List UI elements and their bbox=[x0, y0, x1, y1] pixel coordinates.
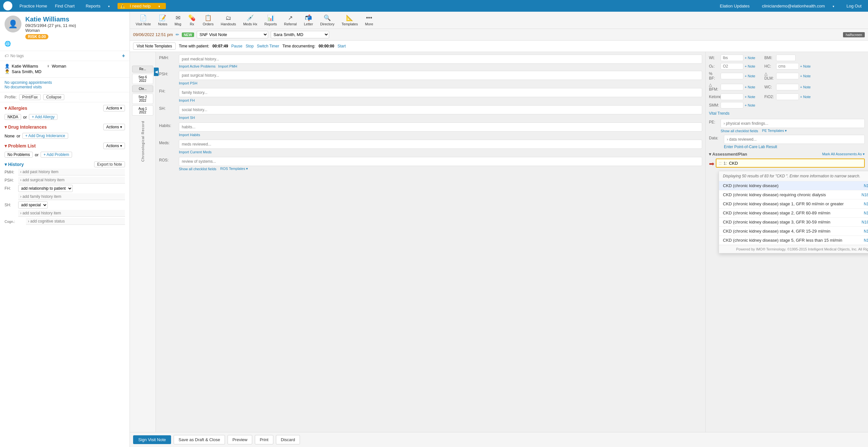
letter-btn[interactable]: 📬 Letter bbox=[301, 13, 316, 27]
data-input[interactable] bbox=[724, 135, 865, 144]
bf-input[interactable] bbox=[721, 73, 743, 79]
export-to-note-btn[interactable]: Export to Note bbox=[94, 161, 125, 167]
start-link[interactable]: Start bbox=[338, 44, 346, 49]
note-type-select[interactable]: SNF Visit Note bbox=[197, 31, 268, 38]
pe-input[interactable] bbox=[721, 119, 865, 128]
import-fh-link[interactable]: Import FH bbox=[179, 98, 195, 102]
import-sh-link[interactable]: Import SH bbox=[179, 116, 195, 120]
drug-intolerances-title[interactable]: ▾ Drug Intolerances bbox=[4, 124, 47, 130]
chrono-entry-re[interactable]: Re... bbox=[132, 66, 153, 72]
rx-btn[interactable]: 💊 Rx bbox=[185, 13, 199, 27]
discard-btn[interactable]: Discard bbox=[276, 435, 300, 444]
visit-note-btn[interactable]: 📄 Visit Note bbox=[132, 13, 154, 27]
fh-relationship-select[interactable]: add relationship to patient Mother Fathe… bbox=[18, 185, 73, 192]
msg-btn[interactable]: ✉ Msg bbox=[172, 13, 185, 27]
preview-btn[interactable]: Preview bbox=[227, 435, 252, 444]
bmi-input[interactable] bbox=[776, 55, 796, 61]
meds-hx-btn[interactable]: 💉 Meds Hx bbox=[240, 13, 260, 27]
problem-list-title[interactable]: ▾ Problem List bbox=[4, 143, 36, 148]
note-fh-input[interactable] bbox=[179, 88, 702, 97]
add-drug-btn[interactable]: + Add Drug Intolerance bbox=[22, 133, 68, 139]
import-pmh-link[interactable]: Import PMH bbox=[218, 64, 237, 68]
sh-input[interactable] bbox=[18, 210, 125, 217]
note-sh-input[interactable] bbox=[179, 105, 702, 114]
drug-actions-btn[interactable]: Actions ▾ bbox=[103, 124, 125, 130]
mark-all-link[interactable]: Mark All Assessments As ▾ bbox=[822, 152, 865, 156]
import-meds-link[interactable]: Import Current Meds bbox=[179, 150, 212, 154]
reports-btn[interactable]: 📊 Reports bbox=[261, 13, 280, 27]
templates-btn[interactable]: 📐 Templates bbox=[338, 13, 361, 27]
ros-templates-link[interactable]: ROS Templates ▾ bbox=[220, 167, 248, 171]
print-btn[interactable]: Print bbox=[255, 435, 273, 444]
poc-link[interactable]: Enter Point-of-Care Lab Result bbox=[724, 144, 865, 150]
o2-input[interactable] bbox=[721, 63, 743, 69]
dropdown-item-2[interactable]: CKD (chronic kidney disease) stage 1, GF… bbox=[719, 200, 868, 209]
provider-select[interactable]: Sara Smith, MD bbox=[271, 31, 329, 38]
note-habits-input[interactable] bbox=[179, 122, 702, 131]
ketone-note-link[interactable]: + Note bbox=[745, 95, 755, 99]
dropdown-item-6[interactable]: CKD (chronic kidney disease) stage 5, GF… bbox=[719, 236, 868, 245]
handouts-btn[interactable]: 🗂 Handouts bbox=[217, 13, 239, 27]
pause-link[interactable]: Pause bbox=[231, 44, 243, 49]
history-title[interactable]: ▾ History bbox=[4, 162, 24, 167]
wc-input[interactable] bbox=[776, 84, 799, 90]
import-active-problems-link[interactable]: Import Active Problems bbox=[179, 64, 216, 68]
chrono-entry-sep6[interactable]: Sep 62022 bbox=[132, 74, 153, 84]
note-ros-input[interactable] bbox=[179, 157, 702, 166]
wt-note-link[interactable]: + Note bbox=[745, 56, 755, 60]
add-allergy-btn[interactable]: + Add Allergy bbox=[29, 114, 58, 120]
vital-trends-link[interactable]: Vital Trends bbox=[709, 111, 865, 116]
allergies-title[interactable]: ▾ Allergies bbox=[4, 106, 27, 111]
bfm-input[interactable] bbox=[721, 84, 743, 90]
nav-practice-home[interactable]: Practice Home bbox=[16, 4, 50, 8]
chrono-entry-chr[interactable]: Chr... bbox=[132, 85, 153, 92]
pe-templates-link[interactable]: PE Templates ▾ bbox=[762, 129, 787, 133]
chrono-entry-aug1[interactable]: Aug 12022 bbox=[132, 105, 153, 116]
notes-btn[interactable]: 📝 Notes bbox=[155, 13, 171, 27]
psh-input[interactable] bbox=[18, 177, 125, 183]
allergies-actions-btn[interactable]: Actions ▾ bbox=[103, 105, 125, 112]
wc-note-link[interactable]: + Note bbox=[800, 85, 811, 89]
halfscreen-btn[interactable]: halfscreen bbox=[843, 32, 865, 37]
dlm-note-link[interactable]: + Note bbox=[800, 74, 811, 78]
dlm-input[interactable] bbox=[776, 73, 799, 79]
add-tag-btn[interactable]: + bbox=[122, 53, 125, 59]
no-upcoming-link[interactable]: No upcoming appointments bbox=[4, 80, 125, 85]
user-email[interactable]: cliniciandemo@elationhealth.com ▾ bbox=[755, 4, 840, 8]
ros-show-fields-link[interactable]: Show all checklist fields bbox=[179, 167, 217, 171]
app-logo[interactable]: E bbox=[3, 1, 12, 10]
print-fax-btn[interactable]: Print/Fax bbox=[19, 94, 40, 100]
edit-icon[interactable]: ✏ bbox=[176, 32, 179, 37]
fh-input[interactable] bbox=[18, 193, 125, 200]
cog-input[interactable] bbox=[26, 218, 125, 225]
switch-timer-link[interactable]: Switch Timer bbox=[257, 44, 279, 49]
dropdown-item-0[interactable]: CKD (chronic kidney disease)N18.9585.9 bbox=[719, 181, 868, 190]
fio2-input[interactable] bbox=[776, 94, 799, 100]
directory-btn[interactable]: 🔍 Directory bbox=[317, 13, 338, 27]
hc-input[interactable] bbox=[776, 63, 799, 69]
dropdown-item-3[interactable]: CKD (chronic kidney disease) stage 2, GF… bbox=[719, 209, 868, 218]
note-pmh-input[interactable] bbox=[179, 55, 702, 64]
pmh-input[interactable] bbox=[18, 169, 125, 175]
chrono-entry-sep2[interactable]: Sep 22022 bbox=[132, 94, 153, 104]
save-close-btn[interactable]: Save as Draft & Close bbox=[174, 435, 225, 444]
referral-btn[interactable]: ↗ Referral bbox=[281, 13, 300, 27]
collapse-btn[interactable]: Collapse bbox=[43, 94, 64, 100]
visit-note-templates-btn[interactable]: Visit Note Templates bbox=[133, 42, 176, 50]
nav-find-chart[interactable]: Find Chart bbox=[52, 4, 78, 8]
sh-special-select[interactable]: add special Tobacco Alcohol Drugs bbox=[18, 201, 48, 209]
dropdown-item-1[interactable]: CKD (chronic kidney disease) requiring c… bbox=[719, 190, 868, 200]
logout-link[interactable]: Log Out bbox=[843, 4, 865, 8]
hc-note-link[interactable]: + Note bbox=[800, 64, 811, 68]
dropdown-item-5[interactable]: CKD (chronic kidney disease) stage 4, GF… bbox=[719, 227, 868, 236]
assessment-text-input[interactable] bbox=[729, 161, 862, 166]
fio2-note-link[interactable]: + Note bbox=[800, 95, 811, 99]
dropdown-item-4[interactable]: CKD (chronic kidney disease) stage 3, GF… bbox=[719, 218, 868, 227]
add-problem-btn[interactable]: + Add Problem bbox=[40, 152, 72, 157]
o2-note-link[interactable]: + Note bbox=[745, 64, 755, 68]
import-habits-link[interactable]: Import Habits bbox=[179, 133, 200, 137]
bfm-note-link[interactable]: + Note bbox=[745, 85, 755, 89]
no-documented-link[interactable]: No documented visits bbox=[4, 85, 125, 89]
bf-note-link[interactable]: + Note bbox=[745, 74, 755, 78]
smm-note-link[interactable]: + Note bbox=[745, 103, 755, 107]
